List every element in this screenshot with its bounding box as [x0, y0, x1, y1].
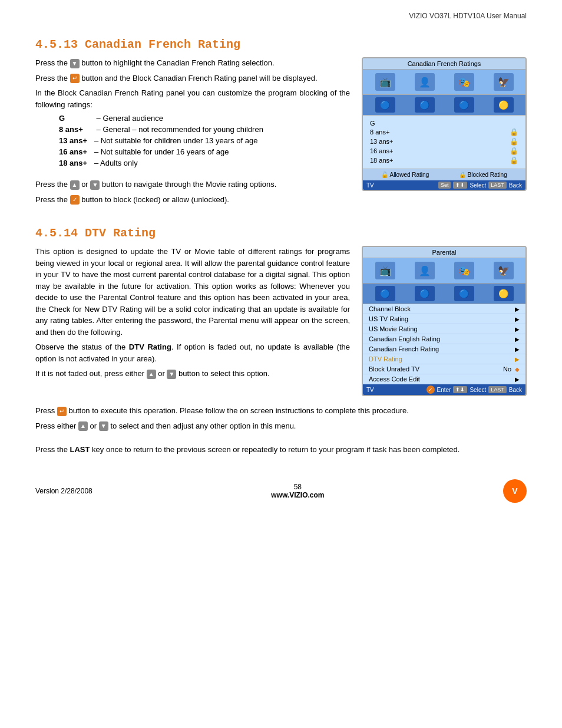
- parental-footer-controls: ✓ Enter ⬆⬇ Select LAST Back: [427, 386, 522, 394]
- up-icon4: ▲: [78, 421, 88, 431]
- lock-18ans: 🔒: [510, 156, 518, 164]
- para-select: If it is not faded out, press either ▲ o…: [35, 368, 350, 380]
- menu-canadian-english: Canadian English Rating ▶: [363, 334, 525, 344]
- enter-label: Enter: [437, 387, 451, 393]
- lock-8ans: 🔒: [510, 128, 518, 136]
- legend-blocked: 🔒 Blocked Rating: [459, 172, 507, 178]
- section-dtv-rating: 4.5.14 DTV Rating This option is designe…: [35, 226, 527, 456]
- rating-G: G – General audience: [59, 114, 350, 123]
- p-icon-s2: 🔵: [415, 286, 435, 301]
- up-icon3: ▲: [147, 370, 156, 379]
- para-last: Press the LAST key once to return to the…: [35, 444, 527, 456]
- updown-btn: ⬆⬇: [453, 182, 467, 189]
- parental-panel: Parental 📺 👤 🎭 🦅 🔵 🔵 🔵 🟡 Channel Block: [362, 246, 527, 396]
- rating-18ans: 18 ans+– Adults only: [59, 159, 350, 167]
- down-icon4: ▼: [99, 421, 108, 431]
- footer-center: 58 www.VIZIO.com: [271, 483, 324, 499]
- menu-canadian-french: Canadian French Rating ▶: [363, 344, 525, 354]
- enter-icon: ↵: [70, 74, 80, 83]
- menu-channel-block: Channel Block ▶: [363, 304, 525, 314]
- para-highlight: Press the ▼ button to highlight the Cana…: [35, 57, 350, 69]
- rating-13ans: 13 ans+– Not suitable for children under…: [59, 136, 350, 145]
- menu-access-code: Access Code Edit ▶: [363, 374, 525, 384]
- p-icon-s3: 🔵: [454, 286, 474, 301]
- icon-tv: 📺: [375, 73, 395, 91]
- menu-dtv-rating: DTV Rating ▶: [363, 354, 525, 364]
- canadian-french-panel: Canadian French Ratings 📺 👤 🎭 🦅 🔵 🔵 🔵 🟡 …: [362, 57, 527, 209]
- menu-us-tv-rating: US TV Rating ▶: [363, 314, 525, 324]
- p-icon-adult: 👤: [415, 262, 435, 279]
- page-number: 58: [271, 483, 324, 491]
- manual-title: VIZIO VO37L HDTV10A User Manual: [409, 12, 527, 20]
- menu-block-unrated: Block Unrated TV No ◆: [363, 364, 525, 374]
- lock-16ans: 🔒: [510, 147, 518, 155]
- parental-panel-container: Parental 📺 👤 🎭 🦅 🔵 🔵 🔵 🟡 Channel Block: [362, 246, 527, 396]
- vizio-logo: V: [503, 479, 527, 503]
- page-footer: Version 2/28/2008 58 www.VIZIO.com V: [35, 479, 527, 503]
- footer-controls: Set ⬆⬇ Select LAST Back: [438, 182, 522, 189]
- last-btn2: LAST: [488, 386, 507, 393]
- panel-footer-canadian: TV Set ⬆⬇ Select LAST Back: [363, 180, 525, 190]
- panel-icons-row2: 🔵 🔵 🔵 🟡: [363, 95, 525, 116]
- para-adjust: Press either ▲ or ▼ to select and then a…: [35, 420, 527, 432]
- down-icon3: ▼: [167, 370, 176, 379]
- menu-us-movie-rating: US Movie Rating ▶: [363, 324, 525, 334]
- p-icon-tv: 📺: [375, 262, 395, 279]
- para-intro: This option is designed to update the TV…: [35, 246, 350, 338]
- arrow-access-code: ▶: [515, 376, 520, 383]
- icon-child: 🎭: [454, 73, 474, 91]
- rating-8ans: 8 ans+ – General – not recommended for y…: [59, 125, 350, 134]
- p-icon-s4: 🟡: [494, 286, 514, 301]
- para-block: Press the ✓ button to block (locked) or …: [35, 194, 350, 206]
- page-header: VIZIO VO37L HDTV10A User Manual: [35, 12, 527, 20]
- arrow-block-unrated: ◆: [515, 366, 520, 373]
- back-label2: Back: [509, 387, 522, 393]
- enter-icon2: ✓: [427, 386, 435, 394]
- p-icon-family: 🦅: [494, 262, 514, 279]
- parental-menu: Channel Block ▶ US TV Rating ▶ US Movie …: [363, 304, 525, 384]
- rating-row-8ans: 8 ans+ 🔒: [370, 127, 518, 137]
- rating-row-G: G: [370, 119, 518, 127]
- down-icon: ▼: [70, 59, 80, 68]
- panel-title-canadian: Canadian French Ratings: [363, 58, 525, 70]
- arrow-cdn-en: ▶: [515, 336, 520, 342]
- parental-title: Parental: [363, 247, 525, 258]
- p-icon-child: 🎭: [454, 262, 474, 279]
- footer-tv-label: TV: [366, 182, 374, 189]
- parental-icons-row2: 🔵 🔵 🔵 🟡: [363, 284, 525, 304]
- icon-s1: 🔵: [375, 97, 395, 113]
- section1-text: Press the ▼ button to highlight the Cana…: [35, 57, 350, 209]
- execute-icon: ↵: [57, 407, 67, 416]
- icon-adult: 👤: [415, 73, 435, 91]
- section2-text: This option is designed to update the TV…: [35, 246, 350, 396]
- up-icon: ▲: [70, 180, 80, 190]
- para-display: Press the ↵ button and the Block Canadia…: [35, 73, 350, 84]
- rating-row-13ans: 13 ans+ 🔒: [370, 137, 518, 146]
- set-btn: Set: [438, 182, 451, 189]
- rating-row-18ans: 18 ans+ 🔒: [370, 156, 518, 165]
- select-label: Select: [470, 182, 486, 189]
- updown-btn2: ⬆⬇: [453, 386, 467, 393]
- legend-allowed: 🔓 Allowed Rating: [381, 172, 429, 178]
- select-label2: Select: [470, 387, 486, 393]
- icon-s2: 🔵: [415, 97, 435, 113]
- rating-16ans: 16 ans+– Not suitable for under 16 years…: [59, 147, 350, 156]
- down-icon2: ▼: [90, 180, 100, 190]
- para-observe: Observe the status of the DTV Rating. If…: [35, 341, 350, 364]
- section-title-4514: 4.5.14 DTV Rating: [35, 226, 527, 240]
- icon-s3: 🔵: [454, 97, 474, 113]
- arrow-cdn-fr: ▶: [515, 346, 520, 353]
- arrow-dtv: ▶: [515, 356, 520, 363]
- panel-legend: 🔓 Allowed Rating 🔒 Blocked Rating: [363, 169, 525, 180]
- parental-footer: TV ✓ Enter ⬆⬇ Select LAST Back: [363, 384, 525, 395]
- version-text: Version 2/28/2008: [35, 487, 92, 495]
- section-canadian-french-rating: 4.5.13 Canadian French Rating Press the …: [35, 38, 527, 209]
- arrow-us-tv: ▶: [515, 316, 520, 322]
- arrow-us-movie: ▶: [515, 326, 520, 332]
- last-btn: LAST: [488, 182, 507, 189]
- parental-footer-tv: TV: [366, 387, 374, 393]
- icon-family: 🦅: [494, 73, 514, 91]
- panel-ratings-list: G 8 ans+ 🔒 13 ans+ 🔒 16 ans+ 🔒: [363, 116, 525, 169]
- tv-panel-canadian: Canadian French Ratings 📺 👤 🎭 🦅 🔵 🔵 🔵 🟡 …: [362, 57, 527, 191]
- lock-13ans: 🔒: [510, 137, 518, 146]
